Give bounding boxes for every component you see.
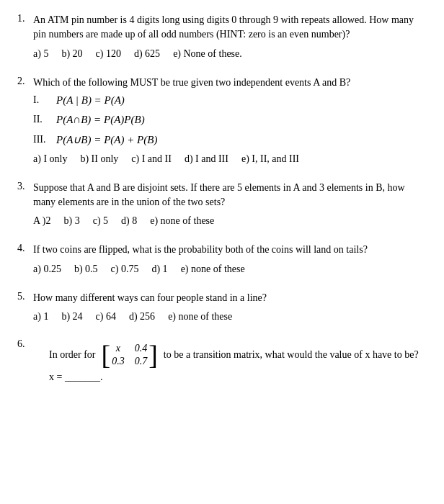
q4-number: 4.	[17, 243, 33, 254]
q6-cell-10: 0.3	[112, 356, 125, 367]
q6-text-after: to be a transition matrix, what would th…	[164, 349, 419, 361]
q6-main-line: In order for [ x 0.4 0.3 0.7 ] to be a t…	[49, 341, 427, 369]
question-1: 1. An ATM pin number is 4 digits long us…	[17, 13, 427, 60]
q2-answer-e: e) I, II, and III	[241, 153, 299, 165]
q6-text-before: In order for	[49, 349, 96, 361]
q4-answers: a) 0.25 b) 0.5 c) 0.75 d) 1 e) none of t…	[33, 264, 427, 275]
q2-answer-a: a) I only	[33, 153, 67, 165]
q3-number: 3.	[17, 181, 33, 192]
q2-roman-III: III. P(A∪B) = P(A) + P(B)	[33, 133, 427, 146]
q2-roman-II: II. P(A∩B) = P(A)P(B)	[33, 114, 427, 126]
q2-roman-II-formula: P(A∩B) = P(A)P(B)	[56, 114, 145, 126]
q3-answer-c: c) 5	[93, 215, 108, 227]
q3-answers: A )2 b) 3 c) 5 d) 8 e) none of these	[33, 215, 427, 227]
q4-text: If two coins are flipped, what is the pr…	[33, 243, 427, 257]
q1-answer-c: c) 120	[96, 48, 121, 60]
q1-answer-b: b) 20	[61, 48, 82, 60]
q5-text: How many different ways can four people …	[33, 291, 427, 305]
q4-answer-a: a) 0.25	[33, 264, 61, 275]
q6-cell-00: x	[112, 343, 125, 354]
q3-answer-b: b) 3	[64, 215, 80, 227]
question-6: 6. In order for [ x 0.4 0.3 0.7 ] to be …	[17, 338, 427, 383]
q2-roman-list: I. P(A | B) = P(A) II. P(A∩B) = P(A)P(B)…	[33, 94, 427, 146]
q4-answer-b: b) 0.5	[74, 264, 98, 275]
q2-answer-b: b) II only	[80, 153, 118, 165]
q1-answers: a) 5 b) 20 c) 120 d) 625 e) None of thes…	[33, 48, 427, 60]
q6-bracket-left: [	[102, 341, 111, 369]
q1-answer-a: a) 5	[33, 48, 48, 60]
q6-cell-01: 0.4	[135, 343, 148, 354]
q2-roman-III-label: III.	[33, 134, 56, 145]
q5-answer-b: b) 24	[61, 311, 82, 323]
question-3: 3. Suppose that A and B are disjoint set…	[17, 181, 427, 228]
q3-answer-e: e) none of these	[150, 215, 214, 227]
q5-answer-d: d) 256	[129, 311, 155, 323]
q3-text: Suppose that A and B are disjoint sets. …	[33, 181, 427, 210]
q6-cell-11: 0.7	[135, 356, 148, 367]
q1-answer-d: d) 625	[134, 48, 160, 60]
q1-number: 1.	[17, 13, 33, 24]
question-2: 2. Which of the following MUST be true g…	[17, 76, 427, 165]
q6-number: 6.	[17, 338, 33, 350]
q2-roman-I-label: I.	[33, 94, 56, 106]
q2-number: 2.	[17, 76, 33, 87]
question-5: 5. How many different ways can four peop…	[17, 291, 427, 323]
q4-answer-e: e) none of these	[181, 264, 245, 275]
q4-answer-d: d) 1	[151, 264, 167, 275]
q2-roman-I: I. P(A | B) = P(A)	[33, 94, 427, 107]
question-4: 4. If two coins are flipped, what is the…	[17, 243, 427, 274]
q4-answer-c: c) 0.75	[111, 264, 139, 275]
q6-xeq: x = _______.	[49, 372, 427, 383]
q3-answer-d: d) 8	[121, 215, 137, 227]
q2-text: Which of the following MUST be true give…	[33, 76, 427, 90]
q5-number: 5.	[17, 291, 33, 302]
q1-text: An ATM pin number is 4 digits long using…	[33, 13, 427, 42]
q2-roman-I-formula: P(A | B) = P(A)	[56, 94, 125, 107]
q3-answer-a: A )2	[33, 215, 51, 227]
q5-answer-e: e) none of these	[168, 311, 232, 323]
q2-answers: a) I only b) II only c) I and II d) I an…	[33, 153, 427, 165]
q2-roman-II-label: II.	[33, 114, 56, 125]
q6-matrix: [ x 0.4 0.3 0.7 ]	[102, 341, 158, 369]
q2-roman-III-formula: P(A∪B) = P(A) + P(B)	[56, 133, 157, 146]
q1-answer-e: e) None of these.	[173, 48, 242, 60]
q2-answer-c: c) I and II	[131, 153, 172, 165]
q5-answer-a: a) 1	[33, 311, 48, 323]
q6-bracket-right: ]	[148, 341, 158, 369]
q6-matrix-grid: x 0.4 0.3 0.7	[112, 343, 147, 367]
q2-answer-d: d) I and III	[185, 153, 228, 165]
q5-answers: a) 1 b) 24 c) 64 d) 256 e) none of these	[33, 311, 427, 323]
q5-answer-c: c) 64	[96, 311, 116, 323]
